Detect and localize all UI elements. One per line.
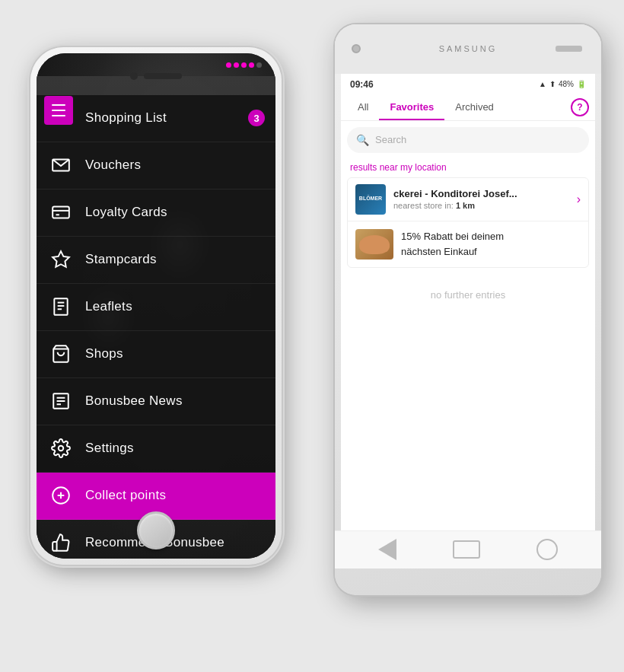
bread-thumbnail — [355, 229, 393, 260]
menu-label-vouchers: Vouchers — [85, 158, 141, 173]
tab-archived[interactable]: Archived — [444, 95, 505, 120]
iphone-menu: Shopping List 3 Vouchers — [37, 95, 275, 513]
location-results-label: results near my location — [341, 159, 595, 177]
menu-label-settings: Settings — [85, 441, 134, 456]
promo-text: 15% Rabatt bei deinem nächsten Einkauf — [401, 229, 504, 259]
dot-1 — [226, 62, 231, 68]
samsung-bottom-bar — [335, 530, 601, 568]
menu-item-loyalty-cards[interactable]: Loyalty Cards — [37, 189, 275, 237]
hamburger-line-1 — [52, 104, 65, 106]
svg-rect-7 — [53, 206, 69, 218]
gear-icon — [49, 436, 73, 460]
menu-item-vouchers[interactable]: Vouchers — [37, 142, 275, 189]
samsung-status-bar: 09:46 ▲ ⬆ 48% 🔋 — [341, 74, 595, 95]
iphone-camera — [130, 72, 138, 80]
distance-value: 1 km — [456, 201, 475, 210]
iphone-dots — [226, 62, 262, 68]
dot-3 — [241, 62, 247, 68]
card-header-text: ckerei - Konditorei Josef... nearest sto… — [393, 188, 569, 210]
battery-indicator: 48% — [559, 80, 574, 88]
iphone-home-button[interactable] — [137, 511, 175, 549]
menu-hamburger-button[interactable] — [44, 96, 73, 125]
samsung-brand-label: SAMSUNG — [439, 44, 498, 53]
scene: Shopping List 3 Vouchers — [15, 17, 609, 656]
news-icon — [49, 389, 73, 413]
menu-label-shopping-list: Shopping List — [85, 110, 167, 126]
menu-label-collect-points: Collect points — [85, 488, 166, 503]
menu-item-stampcards[interactable]: Stampcards — [37, 237, 275, 284]
dot-5 — [256, 62, 262, 68]
samsung-device: SAMSUNG 09:46 ▲ ⬆ 48% 🔋 All Favorites Ar… — [335, 24, 601, 595]
search-icon: 🔍 — [356, 134, 369, 146]
bag-icon — [49, 342, 73, 366]
thumb-icon — [49, 530, 73, 555]
envelope-icon — [49, 153, 73, 177]
samsung-screen: 09:46 ▲ ⬆ 48% 🔋 All Favorites Archived ?… — [341, 74, 595, 530]
signal-icon: ▲ — [539, 80, 546, 88]
iphone-device: Shopping List 3 Vouchers — [30, 47, 282, 565]
shop-card[interactable]: BLÖMER ckerei - Konditorei Josef... near… — [347, 177, 589, 268]
plus-circle-icon — [49, 483, 73, 508]
battery-icon: 🔋 — [577, 80, 586, 88]
samsung-speaker — [556, 46, 582, 52]
leaflet-icon — [49, 295, 73, 319]
shopping-list-badge: 3 — [248, 110, 265, 126]
tab-all[interactable]: All — [347, 95, 379, 120]
menu-label-shops: Shops — [85, 346, 123, 361]
samsung-top-bar: SAMSUNG — [335, 24, 601, 74]
hamburger-line-3 — [52, 115, 65, 116]
help-button[interactable]: ? — [571, 98, 589, 116]
menu-label-bonusbee-news: Bonusbee News — [85, 393, 183, 409]
svg-point-20 — [59, 446, 64, 451]
hamburger-line-2 — [52, 110, 65, 111]
card-icon — [49, 200, 73, 225]
shop-name: ckerei - Konditorei Josef... — [393, 188, 569, 199]
samsung-camera — [352, 44, 361, 53]
iphone-top-bar — [37, 53, 275, 99]
dot-2 — [234, 62, 239, 68]
iphone-speaker — [144, 73, 182, 79]
samsung-status-icons: ▲ ⬆ 48% 🔋 — [539, 80, 586, 88]
svg-marker-10 — [53, 251, 69, 267]
bakery-logo: BLÖMER — [355, 184, 386, 215]
recents-button[interactable] — [536, 539, 558, 560]
menu-item-settings[interactable]: Settings — [37, 425, 275, 473]
menu-label-leaflets: Leaflets — [85, 299, 132, 314]
tab-favorites[interactable]: Favorites — [379, 95, 444, 120]
star-icon — [49, 247, 73, 272]
menu-label-stampcards: Stampcards — [85, 252, 157, 267]
dot-4 — [249, 62, 254, 68]
menu-item-leaflets[interactable]: Leaflets — [37, 284, 275, 331]
search-placeholder-text: Search — [375, 134, 406, 145]
card-arrow-icon: › — [577, 193, 581, 206]
wifi-icon: ⬆ — [549, 80, 556, 88]
samsung-nav-tabs: All Favorites Archived ? — [341, 95, 595, 121]
samsung-search-bar[interactable]: 🔍 Search — [347, 127, 589, 153]
card-distance: nearest store in: 1 km — [393, 201, 569, 210]
samsung-time: 09:46 — [350, 79, 374, 90]
nearest-label: nearest store in: — [393, 201, 454, 210]
no-entries-label: no further entries — [341, 274, 595, 316]
promo-line-2: nächsten Einkauf — [401, 244, 504, 260]
home-button[interactable] — [453, 540, 480, 559]
menu-label-loyalty-cards: Loyalty Cards — [85, 205, 167, 220]
svg-rect-11 — [54, 298, 67, 315]
card-header: BLÖMER ckerei - Konditorei Josef... near… — [348, 178, 588, 221]
back-button[interactable] — [378, 539, 396, 560]
promo-line-1: 15% Rabatt bei deinem — [401, 229, 504, 244]
bread-shape — [359, 235, 390, 254]
card-body: 15% Rabatt bei deinem nächsten Einkauf — [348, 221, 588, 267]
menu-item-shops[interactable]: Shops — [37, 331, 275, 378]
menu-item-bonusbee-news[interactable]: Bonusbee News — [37, 378, 275, 425]
